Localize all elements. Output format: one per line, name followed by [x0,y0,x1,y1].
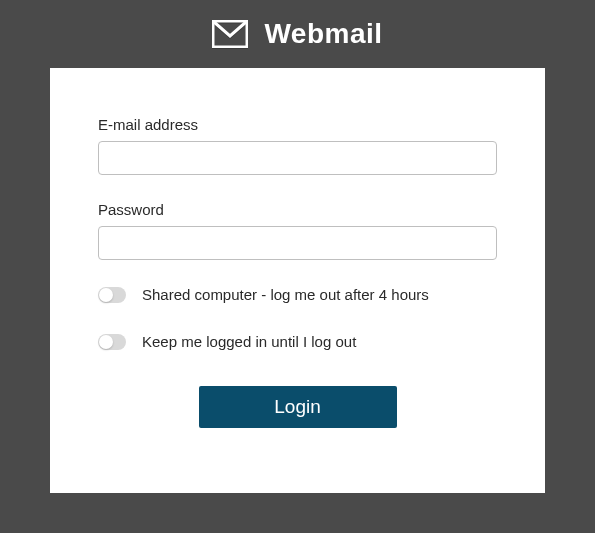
button-row: Login [98,386,497,428]
email-label: E-mail address [98,116,497,133]
shared-computer-label: Shared computer - log me out after 4 hou… [142,286,429,303]
keep-logged-label: Keep me logged in until I log out [142,333,356,350]
login-card: E-mail address Password Shared computer … [50,68,545,493]
login-button[interactable]: Login [199,386,397,428]
app-title: Webmail [264,18,382,50]
password-label: Password [98,201,497,218]
toggle-knob [99,335,113,349]
mail-icon [212,20,248,48]
keep-logged-row: Keep me logged in until I log out [98,333,497,350]
shared-computer-row: Shared computer - log me out after 4 hou… [98,286,497,303]
password-field-group: Password [98,201,497,260]
keep-logged-toggle[interactable] [98,334,126,350]
password-input[interactable] [98,226,497,260]
toggle-knob [99,288,113,302]
shared-computer-toggle[interactable] [98,287,126,303]
email-field-group: E-mail address [98,116,497,175]
email-input[interactable] [98,141,497,175]
header: Webmail [0,0,595,68]
